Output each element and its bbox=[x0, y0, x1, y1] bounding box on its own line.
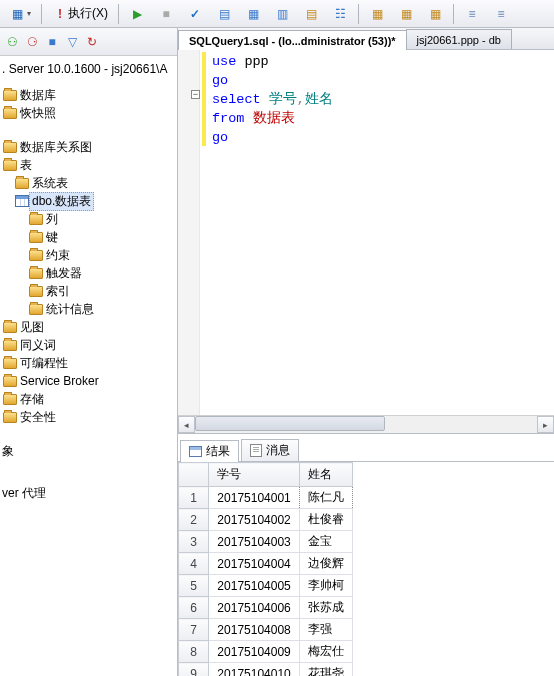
refresh-icon[interactable]: ↻ bbox=[84, 34, 100, 50]
agent-node[interactable]: ver 代理 bbox=[0, 484, 177, 502]
row-number[interactable]: 9 bbox=[179, 663, 209, 677]
tab-messages[interactable]: 消息 bbox=[241, 439, 299, 461]
cell-name[interactable]: 李帅柯 bbox=[299, 575, 352, 597]
row-number[interactable]: 8 bbox=[179, 641, 209, 663]
fold-collapse-icon[interactable]: − bbox=[191, 90, 200, 99]
server-node[interactable]: . Server 10.0.1600 - jsj20661\A bbox=[0, 60, 177, 78]
chevron-down-icon: ▾ bbox=[27, 9, 31, 18]
user-table-node[interactable]: dbo.数据表 bbox=[0, 192, 177, 210]
scroll-right-button[interactable]: ▸ bbox=[537, 416, 554, 433]
cell-id[interactable]: 20175104005 bbox=[209, 575, 299, 597]
triggers-node[interactable]: 触发器 bbox=[0, 264, 177, 282]
folder-icon bbox=[2, 139, 18, 155]
cell-id[interactable]: 20175104009 bbox=[209, 641, 299, 663]
cell-id[interactable]: 20175104003 bbox=[209, 531, 299, 553]
table-row[interactable]: 720175104008李强 bbox=[179, 619, 353, 641]
service-broker-node[interactable]: Service Broker bbox=[0, 372, 177, 390]
columns-node[interactable]: 列 bbox=[0, 210, 177, 228]
statistics-node[interactable]: 统计信息 bbox=[0, 300, 177, 318]
cell-name[interactable]: 杜俊睿 bbox=[299, 509, 352, 531]
cell-name[interactable]: 张苏成 bbox=[299, 597, 352, 619]
tb-btn-3[interactable]: ▥ bbox=[269, 3, 295, 25]
col-header-id[interactable]: 学号 bbox=[209, 463, 299, 487]
databases-node[interactable]: 数据库 bbox=[0, 86, 177, 104]
table-row[interactable]: 520175104005李帅柯 bbox=[179, 575, 353, 597]
scroll-track[interactable] bbox=[195, 416, 537, 433]
table-row[interactable]: 820175104009梅宏仕 bbox=[179, 641, 353, 663]
indent-icon: ≡ bbox=[464, 6, 480, 22]
cell-id[interactable]: 20175104002 bbox=[209, 509, 299, 531]
play-icon: ▶ bbox=[129, 6, 145, 22]
cell-name[interactable]: 边俊辉 bbox=[299, 553, 352, 575]
images-node[interactable]: 象 bbox=[0, 442, 177, 460]
row-number[interactable]: 1 bbox=[179, 487, 209, 509]
cell-id[interactable]: 20175104008 bbox=[209, 619, 299, 641]
synonyms-node[interactable]: 同义词 bbox=[0, 336, 177, 354]
table-row[interactable]: 320175104003金宝 bbox=[179, 531, 353, 553]
tb-btn-4[interactable]: ▤ bbox=[298, 3, 324, 25]
tab-query[interactable]: SQLQuery1.sql - (lo...dministrator (53))… bbox=[178, 30, 407, 50]
results-grid[interactable]: 学号 姓名 120175104001陈仁凡220175104002杜俊睿3201… bbox=[178, 462, 554, 676]
views-node[interactable]: 见图 bbox=[0, 318, 177, 336]
tb-btn-6[interactable]: ▦ bbox=[364, 3, 390, 25]
row-number[interactable]: 7 bbox=[179, 619, 209, 641]
tab-database[interactable]: jsj20661.ppp - db bbox=[406, 29, 512, 49]
row-header-blank[interactable] bbox=[179, 463, 209, 487]
comment-button[interactable]: ▦ ▾ bbox=[4, 3, 36, 25]
scroll-thumb[interactable] bbox=[195, 416, 385, 431]
object-tree[interactable]: . Server 10.0.1600 - jsj20661\A 数据库 恢快照 … bbox=[0, 56, 177, 676]
tb-btn-8[interactable]: ▦ bbox=[422, 3, 448, 25]
snapshot-node[interactable]: 恢快照 bbox=[0, 104, 177, 122]
tb-btn-5[interactable]: ☷ bbox=[327, 3, 353, 25]
sql-editor[interactable]: − use ppp go select 学号,姓名 from 数据表 go ◂ … bbox=[178, 50, 554, 434]
cell-id[interactable]: 20175104006 bbox=[209, 597, 299, 619]
table-row[interactable]: 620175104006张苏成 bbox=[179, 597, 353, 619]
row-number[interactable]: 3 bbox=[179, 531, 209, 553]
tb-btn-7[interactable]: ▦ bbox=[393, 3, 419, 25]
sql-code[interactable]: use ppp go select 学号,姓名 from 数据表 go bbox=[212, 52, 333, 147]
cell-id[interactable]: 20175104004 bbox=[209, 553, 299, 575]
cell-id[interactable]: 20175104001 bbox=[209, 487, 299, 509]
storage-node[interactable]: 存储 bbox=[0, 390, 177, 408]
tables-node[interactable]: 表 bbox=[0, 156, 177, 174]
cell-name[interactable]: 李强 bbox=[299, 619, 352, 641]
cell-name[interactable]: 金宝 bbox=[299, 531, 352, 553]
debug-button[interactable]: ▶ bbox=[124, 3, 150, 25]
folder-icon bbox=[2, 373, 18, 389]
scroll-left-button[interactable]: ◂ bbox=[178, 416, 195, 433]
connect-icon[interactable]: ⚇ bbox=[4, 34, 20, 50]
tb-btn-10[interactable]: ≡ bbox=[488, 3, 514, 25]
disconnect-icon[interactable]: ⚆ bbox=[24, 34, 40, 50]
filter-icon[interactable]: ▽ bbox=[64, 34, 80, 50]
col-header-name[interactable]: 姓名 bbox=[299, 463, 352, 487]
programmability-node[interactable]: 可编程性 bbox=[0, 354, 177, 372]
diagrams-node[interactable]: 数据库关系图 bbox=[0, 138, 177, 156]
security-node[interactable]: 安全性 bbox=[0, 408, 177, 426]
table-row[interactable]: 220175104002杜俊睿 bbox=[179, 509, 353, 531]
table-row[interactable]: 920175104010花琪尧 bbox=[179, 663, 353, 677]
tb-btn-9[interactable]: ≡ bbox=[459, 3, 485, 25]
table-row[interactable]: 120175104001陈仁凡 bbox=[179, 487, 353, 509]
row-number[interactable]: 6 bbox=[179, 597, 209, 619]
indexes-node[interactable]: 索引 bbox=[0, 282, 177, 300]
cancel-button[interactable]: ■ bbox=[153, 3, 179, 25]
execute-stop-button[interactable]: ! 执行(X) bbox=[47, 2, 113, 25]
cell-name[interactable]: 梅宏仕 bbox=[299, 641, 352, 663]
parse-button[interactable]: ✓ bbox=[182, 3, 208, 25]
stop-nav-icon[interactable]: ■ bbox=[44, 34, 60, 50]
tb-btn-2[interactable]: ▦ bbox=[240, 3, 266, 25]
cell-id[interactable]: 20175104010 bbox=[209, 663, 299, 677]
cell-name[interactable]: 花琪尧 bbox=[299, 663, 352, 677]
editor-scrollbar[interactable]: ◂ ▸ bbox=[178, 415, 554, 433]
system-tables-node[interactable]: 系统表 bbox=[0, 174, 177, 192]
row-number[interactable]: 4 bbox=[179, 553, 209, 575]
row-number[interactable]: 5 bbox=[179, 575, 209, 597]
keys-node[interactable]: 键 bbox=[0, 228, 177, 246]
cell-name[interactable]: 陈仁凡 bbox=[299, 487, 352, 509]
tab-results[interactable]: 结果 bbox=[180, 440, 239, 462]
table-row[interactable]: 420175104004边俊辉 bbox=[179, 553, 353, 575]
row-number[interactable]: 2 bbox=[179, 509, 209, 531]
constraints-node[interactable]: 约束 bbox=[0, 246, 177, 264]
folder-icon bbox=[28, 265, 44, 281]
tb-btn-1[interactable]: ▤ bbox=[211, 3, 237, 25]
